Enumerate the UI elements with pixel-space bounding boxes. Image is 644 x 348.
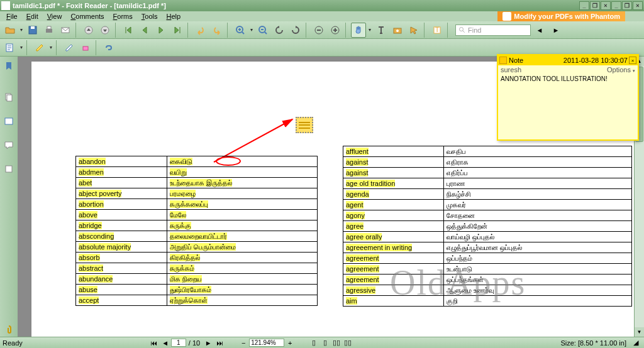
next-page-button[interactable] — [153, 23, 169, 38]
menu-forms[interactable]: Forms — [109, 13, 136, 20]
decrease-button[interactable] — [311, 23, 326, 38]
sticky-note-close-button[interactable]: × — [629, 57, 636, 64]
view-facing-button[interactable]: ▯▯ — [331, 339, 341, 347]
menu-help[interactable]: Help — [162, 13, 184, 20]
scroll-down-button[interactable]: ▼ — [635, 327, 644, 337]
menu-file[interactable]: File — [3, 13, 21, 20]
comments-panel-button[interactable] — [2, 138, 16, 152]
redo-button[interactable] — [209, 23, 225, 38]
open-dropdown[interactable]: ▾ — [19, 27, 24, 33]
zoom-in-button[interactable] — [233, 23, 248, 38]
nav-up-button[interactable] — [81, 23, 96, 38]
snapshot-button[interactable] — [390, 23, 405, 38]
status-zoom-input[interactable]: 121.94% — [249, 339, 284, 347]
nav-down-button[interactable] — [97, 23, 113, 38]
find-next-button[interactable]: ► — [548, 23, 564, 38]
status-corner-button[interactable]: ◢ — [631, 339, 641, 347]
note-tool-button[interactable] — [3, 40, 18, 55]
sticky-note-popup[interactable]: Note 2011-03-28 10:30:07 × suresh Option… — [497, 54, 639, 141]
dictionary-table-right: affluentவசதிபagainstஎதிராகagainstஎதிர்ப்… — [343, 146, 632, 307]
hand-tool-button[interactable] — [351, 23, 366, 38]
menu-view[interactable]: View — [43, 13, 66, 20]
svg-rect-21 — [6, 166, 12, 172]
last-page-button[interactable] — [170, 23, 185, 38]
table-row: abundanceமிக நிறைய — [76, 274, 318, 285]
table-row: againstஎதிராக — [343, 157, 632, 168]
status-page-total: / 10 — [189, 339, 200, 347]
view-single-button[interactable]: ▯ — [309, 339, 319, 347]
pencil-tool-button[interactable] — [62, 40, 77, 55]
status-first-page-button[interactable]: ⏮ — [149, 339, 159, 347]
save-button[interactable] — [25, 23, 40, 38]
svg-rect-17 — [83, 46, 88, 50]
highlight-tool-button[interactable] — [32, 40, 47, 55]
table-row: agreeஒத்துக்கிறேன் — [343, 221, 632, 232]
status-size: Size: [8.50 * 11.00 in] — [560, 339, 626, 347]
sticky-note-body[interactable]: ANNOTATION TOOL ILLUSTRATION! — [498, 74, 638, 84]
status-last-page-button[interactable]: ⏭ — [214, 339, 225, 347]
svg-text:T: T — [435, 26, 440, 33]
prev-page-button[interactable] — [137, 23, 152, 38]
close-button[interactable]: × — [633, 1, 643, 10]
open-button[interactable] — [3, 23, 18, 38]
menu-comments[interactable]: Comments — [67, 13, 108, 20]
email-button[interactable] — [58, 23, 73, 38]
zoomin-dropdown[interactable]: ▾ — [249, 27, 254, 33]
hand-dropdown[interactable]: ▾ — [367, 27, 372, 33]
sticky-note-options-button[interactable]: Options ▾ — [607, 66, 635, 73]
zoom-out-button[interactable] — [255, 23, 270, 38]
rotate-right-button[interactable] — [288, 23, 303, 38]
typewriter-button[interactable]: T — [430, 23, 445, 38]
find-prev-button[interactable]: ◄ — [532, 23, 547, 38]
select-arrow-button[interactable] — [406, 23, 421, 38]
doc-close-button[interactable]: × — [601, 1, 611, 10]
status-page-input[interactable] — [171, 339, 186, 347]
sticky-note-date: 2011-03-28 10:30:07 — [564, 57, 628, 64]
sticky-note-author: suresh — [501, 66, 521, 73]
doc-minimize-button[interactable]: _ — [579, 1, 589, 10]
select-text-button[interactable] — [374, 23, 389, 38]
status-next-page-button[interactable]: ► — [203, 339, 213, 347]
table-row: abetஉடந்தையாக இருத்தல் — [76, 178, 318, 188]
status-prev-page-button[interactable]: ◄ — [160, 339, 170, 347]
sidebar — [0, 57, 18, 337]
first-page-button[interactable] — [121, 23, 136, 38]
undo-button[interactable] — [193, 23, 208, 38]
view-continuous-facing-button[interactable]: ▯▯ — [343, 339, 353, 347]
status-ready: Ready — [3, 339, 23, 347]
pages-panel-button[interactable] — [2, 90, 16, 104]
table-row: agreementஒப்பந்தம் — [343, 253, 632, 264]
find-input[interactable]: Find — [455, 24, 531, 36]
menu-edit[interactable]: Edit — [23, 13, 42, 20]
table-row: absolute majorityஅறுதிப் பெரும்பான்மை — [76, 242, 318, 253]
signatures-panel-button[interactable] — [2, 162, 16, 176]
print-button[interactable] — [42, 23, 57, 38]
view-continuous-button[interactable]: ▯ — [320, 339, 330, 347]
layers-panel-button[interactable] — [2, 114, 16, 128]
dictionary-table-left: abandonகைவிடுabdmenவயிறுabetஉடந்தையாக இர… — [75, 156, 318, 306]
rotate-left-button[interactable] — [272, 23, 287, 38]
table-row: agree orallyவாய்வழி ஒப்புதல் — [343, 232, 632, 242]
doc-restore-button[interactable]: ❐ — [590, 1, 600, 10]
note-annotation-icon[interactable] — [296, 117, 313, 133]
table-row: abscondingதலைமறைவாயிட்டார் — [76, 231, 318, 242]
increase-button[interactable] — [328, 23, 343, 38]
link-tool-button[interactable] — [101, 40, 116, 55]
eraser-tool-button[interactable] — [78, 40, 93, 55]
promo-banner[interactable]: Modify your PDFs with Phantom — [497, 11, 625, 21]
status-zoom-out-button[interactable]: − — [238, 339, 248, 347]
table-row: abridgeசுருக்கு — [76, 220, 318, 231]
sticky-note-header[interactable]: Note 2011-03-28 10:30:07 × — [498, 55, 638, 65]
bookmarks-panel-button[interactable] — [2, 59, 16, 73]
attachments-panel-button[interactable] — [2, 323, 16, 337]
status-zoom-in-button[interactable]: + — [285, 339, 295, 347]
svg-point-12 — [396, 30, 399, 32]
table-row: agreementஒப்பந்தங்கள் — [343, 275, 632, 285]
svg-point-15 — [460, 27, 464, 31]
svg-rect-3 — [47, 26, 51, 29]
restore-button[interactable]: ❐ — [622, 1, 632, 10]
minimize-button[interactable]: _ — [611, 1, 621, 10]
menu-tools[interactable]: Tools — [138, 13, 162, 20]
sticky-note-title: Note — [509, 57, 523, 64]
table-row: abstractசுருக்கம் — [76, 263, 318, 274]
